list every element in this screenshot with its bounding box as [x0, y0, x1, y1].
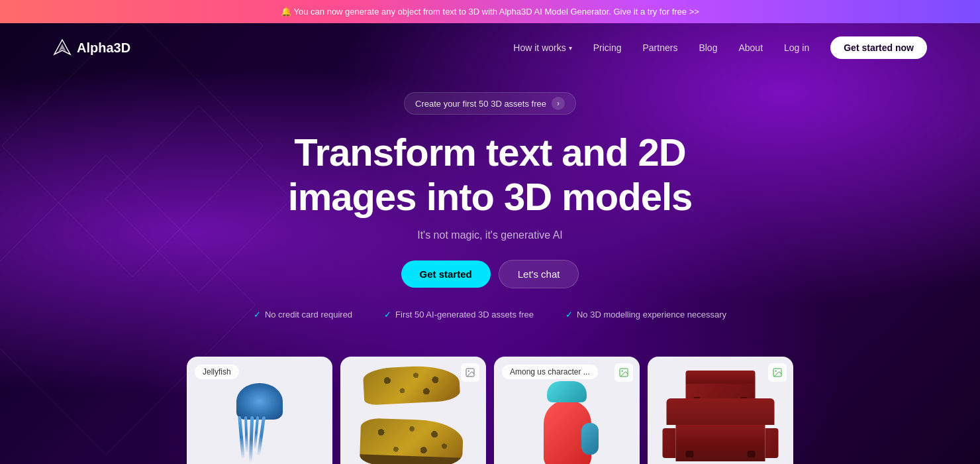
nav-about[interactable]: About — [738, 42, 763, 53]
feature-no-credit-card: ✓ No credit card required — [254, 310, 352, 319]
card-inner-shoe — [340, 357, 486, 464]
lets-chat-button[interactable]: Let's chat — [499, 260, 579, 288]
feature-no-experience: ✓ No 3D modelling experience necessary — [565, 310, 726, 319]
image-icon-among-us — [618, 367, 629, 378]
feature-badges: ✓ No credit card required ✓ First 50 AI-… — [13, 310, 967, 319]
how-it-works-chevron: ▾ — [569, 44, 572, 52]
card-icon-shoe — [461, 363, 479, 382]
among-backpack — [581, 423, 599, 455]
navigation: Alpha3D How it works ▾ Pricing Partners … — [0, 23, 980, 72]
check-icon-3: ✓ — [565, 310, 573, 319]
get-started-button[interactable]: Get started — [401, 261, 491, 288]
shoe-illustration — [354, 363, 473, 464]
hero-badge-text: Create your first 50 3D assets free — [415, 99, 546, 109]
product-cards-section: Jellyfish — [0, 357, 980, 464]
nav-links: How it works ▾ Pricing Partners Blog Abo… — [513, 36, 927, 59]
nav-get-started-button[interactable]: Get started now — [830, 36, 927, 59]
card-icon-sofa — [768, 363, 787, 382]
product-card-jellyfish: Jellyfish — [187, 357, 332, 464]
tentacle-2 — [244, 416, 248, 453]
card-shoe: Load in 3D — [340, 357, 486, 464]
sofa-large-leg-left — [686, 451, 694, 457]
among-us-character — [534, 373, 600, 464]
svg-point-1 — [468, 371, 469, 372]
card-label-among-us: Among us character ... — [502, 365, 598, 379]
shoe-top-spots — [363, 365, 461, 406]
feature-free-assets: ✓ First 50 AI-generated 3D assets free — [384, 310, 534, 319]
jellyfish-bell — [236, 383, 283, 420]
logo-text: Alpha3D — [77, 40, 130, 56]
hero-buttons: Get started Let's chat — [13, 260, 967, 288]
product-card-shoe — [340, 357, 486, 464]
card-inner-among-us: Among us character ... — [494, 357, 640, 464]
product-card-sofa — [648, 357, 793, 464]
check-icon-2: ✓ — [384, 310, 391, 319]
logo[interactable]: Alpha3D — [53, 38, 130, 57]
nav-blog[interactable]: Blog — [699, 42, 717, 53]
svg-point-3 — [622, 371, 623, 372]
shoe-bottom — [360, 418, 464, 464]
card-label-jellyfish: Jellyfish — [195, 365, 239, 379]
card-sofa: Load in 3D — [648, 357, 793, 464]
card-inner-sofa — [648, 357, 793, 464]
image-icon-shoe — [465, 367, 475, 378]
sofa-seat — [676, 425, 765, 461]
hero-badge[interactable]: Create your first 50 3D assets free › — [404, 92, 576, 115]
card-among-us: Among us character ... — [494, 357, 640, 464]
card-jellyfish: Jellyfish — [187, 357, 332, 464]
sofa-large-container — [663, 398, 779, 461]
image-icon-sofa — [772, 367, 783, 378]
announcement-bar[interactable]: 🔔 You can now generate any object from t… — [0, 0, 980, 23]
nav-login[interactable]: Log in — [784, 42, 809, 53]
logo-icon — [53, 38, 72, 57]
shoe-top — [363, 365, 461, 406]
nav-pricing[interactable]: Pricing — [593, 42, 622, 53]
card-inner-jellyfish: Jellyfish — [187, 357, 332, 464]
announcement-text: You can now generate any object from tex… — [294, 7, 699, 17]
sofa-arm-left — [663, 428, 676, 458]
hero-badge-arrow: › — [552, 97, 565, 110]
announcement-emoji: 🔔 — [281, 7, 291, 17]
card-icon-among-us — [614, 363, 633, 382]
svg-point-5 — [775, 371, 777, 372]
sofa-large-leg-right — [748, 451, 756, 457]
sofa-small-back — [686, 371, 756, 384]
tentacle-1 — [238, 416, 245, 459]
hero-subtitle: It's not magic, it's generative AI — [13, 229, 967, 241]
hero-section: Create your first 50 3D assets free › Tr… — [0, 72, 980, 357]
sofa-illustration — [658, 365, 783, 464]
sofa-arm-right — [765, 428, 779, 458]
jellyfish-tentacles — [240, 416, 263, 463]
check-icon-1: ✓ — [254, 310, 261, 319]
nav-partners[interactable]: Partners — [643, 42, 678, 53]
sofa-large-back — [667, 398, 775, 425]
sofa-large-body-row — [663, 425, 779, 461]
hero-title: Transform text and 2D images into 3D mod… — [258, 131, 722, 219]
product-card-among-us: Among us character ... — [494, 357, 640, 464]
nav-how-it-works[interactable]: How it works ▾ — [513, 42, 571, 53]
among-visor — [547, 381, 587, 402]
tentacle-3 — [248, 416, 253, 463]
